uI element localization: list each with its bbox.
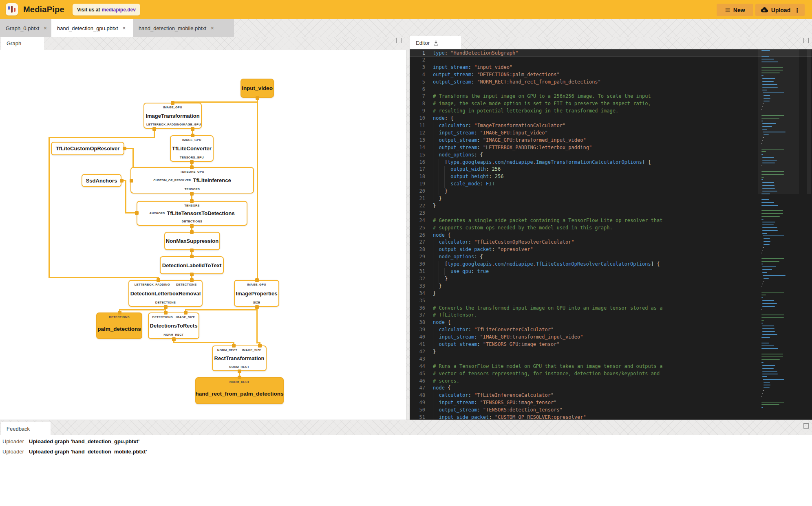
code-line: 47node { (410, 385, 812, 392)
code-line: 51 input_side_packet: "CUSTOM_OP_RESOLVE… (410, 414, 812, 420)
line-number: 51 (410, 414, 425, 420)
indent-guide (439, 159, 439, 166)
line-number: 49 (410, 399, 425, 407)
close-icon[interactable]: ✕ (122, 26, 126, 31)
graph-node-ImageProperties[interactable]: IMAGE_GPUImagePropertiesSIZE (234, 280, 279, 307)
download-icon[interactable] (433, 40, 439, 46)
code-line: 43 (410, 356, 812, 363)
line-number: 36 (410, 305, 425, 312)
indent-guide (433, 253, 433, 261)
feedback-panel-tab[interactable]: Feedback (1, 422, 51, 435)
code-line: 48 calculator: "TfLiteInferenceCalculato… (410, 392, 812, 399)
minimap-line (761, 213, 783, 214)
graph-panel-tab[interactable]: Graph (1, 37, 44, 50)
input-port-labels: TENSORS (137, 203, 247, 208)
graph-node-ImageTransformation[interactable]: IMAGE_GPUImageTransformationLETTERBOX_PA… (143, 103, 202, 129)
node-title: ImageTransformation (144, 110, 201, 122)
port (157, 278, 160, 282)
minimap-line (761, 354, 783, 354)
input-port-labels: NORM_RECTIMAGE_SIZE (213, 348, 266, 352)
file-tab-label: hand_detection_gpu.pbtxt (57, 25, 118, 31)
node-title: SsdAnchors (82, 175, 121, 186)
panel-tab-strip (0, 37, 812, 50)
editor-scrollbar[interactable] (807, 49, 811, 194)
line-number: 44 (410, 363, 425, 370)
close-icon[interactable]: ✕ (210, 26, 214, 31)
line-number: 39 (410, 326, 425, 334)
line-number: 8 (410, 100, 425, 108)
minimap-line (761, 309, 762, 310)
indent-guide (433, 407, 433, 414)
code-line: 1type: "HandDetectionSubgraph" (410, 49, 812, 57)
indent-guide (444, 268, 445, 275)
feedback-strip (0, 420, 812, 435)
editor-panel-tab[interactable]: Editor (410, 36, 461, 50)
indent-guide (433, 246, 433, 253)
port (184, 311, 188, 315)
code-line: 30 [type.googleapis.com/mediapipe.TfLite… (410, 261, 812, 268)
graph-node-TfLiteTensorsToDetections[interactable]: TENSORSANCHORSTfLiteTensorsToDetectionsD… (137, 201, 247, 226)
line-number: 10 (410, 115, 425, 122)
editor-expand-icon[interactable] (803, 38, 809, 43)
minimap-line (762, 334, 777, 335)
line-number: 35 (410, 297, 425, 305)
graph-node-DetectionLetterboxRemoval[interactable]: LETTERBOX_PADDINGDETECTIONSDetectionLett… (128, 280, 203, 307)
graph-node-input_video[interactable]: input_video (241, 79, 274, 98)
minimap-line (763, 382, 770, 383)
code-line: 45# vector of tensors representing, for … (410, 370, 812, 378)
output-port-labels: LETTERBOX_PADDINGIMAGE_GPU (144, 122, 201, 127)
close-icon[interactable]: ✕ (43, 26, 47, 31)
line-number: 43 (410, 356, 425, 363)
port (172, 337, 176, 341)
file-tab-hand-detection-gpu[interactable]: hand_detection_gpu.pbtxt ✕ (51, 19, 143, 37)
graph-expand-icon[interactable] (396, 38, 402, 43)
indent-guide (433, 326, 433, 334)
mediapipe-dev-link[interactable]: mediapipe.dev (102, 7, 135, 13)
graph-node-TfLiteCustomOpResolver[interactable]: TfLiteCustomOpResolver (51, 142, 124, 155)
file-tab-hand-detection-mobile[interactable]: hand_detection_mobile.pbtxt ✕ (133, 19, 234, 37)
minimap-line (761, 205, 778, 206)
minimap-line (763, 387, 770, 388)
indent-guide (433, 261, 433, 268)
feedback-expand-icon[interactable] (803, 423, 809, 429)
graph-node-palm_detections[interactable]: DETECTIONSpalm_detections (96, 312, 142, 339)
input-port-labels: IMAGE_GPU (144, 105, 201, 110)
indent-guide (439, 261, 439, 268)
output-port-labels: SIZE (235, 300, 278, 305)
line-number: 19 (410, 180, 425, 188)
line-number: 23 (410, 210, 425, 217)
graph-node-DetectionLabelIdToText[interactable]: DetectionLabelIdToText (160, 256, 224, 274)
graph-node-SsdAnchors[interactable]: SsdAnchors (82, 174, 121, 187)
minimap-viewport[interactable] (758, 49, 799, 194)
graph-node-RectTransformation[interactable]: NORM_RECTIMAGE_SIZERectTransformationNOR… (212, 345, 267, 371)
code-line: 44# Runs a TensorFlow Lite model on GPU … (410, 363, 812, 370)
graph-canvas[interactable]: input_videoIMAGE_GPUImageTransformationL… (0, 50, 406, 420)
minimap-line (762, 230, 778, 231)
code-line: 46# scores. (410, 378, 812, 385)
minimap-line (761, 297, 763, 298)
code-line: 31 use_gpu: true (410, 268, 812, 275)
feedback-tab-label: Feedback (7, 426, 30, 432)
port (164, 311, 168, 315)
code-line: 20 } (410, 188, 812, 195)
port (171, 101, 174, 105)
graph-node-hand_rect_from_palm_detections[interactable]: NORM_RECThand_rect_from_palm_detections (195, 377, 284, 404)
port (190, 255, 194, 258)
port (191, 127, 194, 131)
output-port-labels: NORM_RECT (149, 332, 199, 337)
indent-guide (439, 166, 439, 173)
port (118, 311, 121, 315)
upload-more-icon[interactable]: ⋮ (794, 7, 800, 14)
upload-button[interactable]: Upload ⋮ (755, 4, 805, 16)
line-number: 20 (410, 188, 425, 195)
code-editor[interactable]: 1type: "HandDetectionSubgraph"23input_st… (410, 49, 812, 420)
code-line: 37# TfLiteTensor. (410, 312, 812, 319)
graph-node-DetectionsToRects[interactable]: DETECTIONSIMAGE_SIZEDetectionsToRectsNOR… (148, 312, 199, 339)
minimap-line (761, 323, 763, 323)
graph-node-TfLiteConverter[interactable]: IMAGE_GPUTfLiteConverterTENSORS_GPU (170, 135, 214, 162)
minimap-line (762, 300, 774, 301)
graph-node-TfLiteInference[interactable]: TENSORS_GPUCUSTOM_OP_RESOLVERTfLiteInfer… (130, 167, 254, 194)
new-button[interactable]: ☰ New (717, 4, 753, 16)
graph-node-NonMaxSuppression[interactable]: NonMaxSuppression (164, 232, 220, 250)
editor-tab-label: Editor (416, 40, 430, 46)
